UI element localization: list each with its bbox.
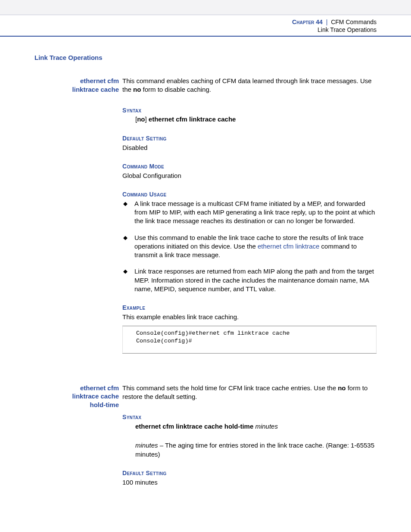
param-name: minutes: [135, 442, 158, 449]
default-value: 100 minutes: [122, 478, 377, 487]
param-desc: – The aging time for entries stored in t…: [135, 442, 374, 457]
cmd-name-line3: hold-time: [90, 401, 119, 408]
syntax-no: no: [137, 115, 145, 123]
header-separator: |: [326, 19, 328, 25]
example-code-box: Console(config)#ethernet cfm linktrace c…: [122, 326, 377, 353]
syntax-line: [no] ethernet cfm linktrace cache: [135, 115, 377, 124]
section-title: Link Trace Operations: [34, 54, 377, 61]
usage-list: A link trace message is a multicast CFM …: [122, 199, 377, 293]
syntax-heading: Syntax: [122, 106, 377, 115]
command-block-hold-time: ethernet cfm linktrace cache hold-time T…: [34, 384, 377, 497]
command-intro: This command enables caching of CFM data…: [122, 77, 377, 94]
usage-b2-link[interactable]: ethernet cfm linktrace: [258, 243, 319, 250]
command-body: This command enables caching of CFM data…: [122, 77, 377, 371]
usage-bullet-3: Link trace responses are returned from e…: [122, 267, 377, 293]
param-description: minutes – The aging time for entries sto…: [135, 441, 377, 459]
top-bar: [0, 0, 411, 15]
cmd-name-line2: linktrace cache: [72, 86, 119, 93]
page-content: Link Trace Operations ethernet cfm linkt…: [34, 54, 377, 497]
mode-value: Global Configuration: [122, 171, 377, 180]
example-heading: Example: [122, 304, 377, 312]
default-heading: Default Setting: [122, 134, 377, 143]
intro-no-keyword: no: [338, 384, 346, 392]
syntax-line: ethernet cfm linktrace cache hold-time m…: [135, 422, 377, 431]
cmd-name-line1: ethernet cfm: [80, 384, 119, 392]
command-name: ethernet cfm linktrace cache: [34, 77, 122, 371]
default-value: Disabled: [122, 143, 377, 152]
chapter-number: 44: [316, 19, 323, 25]
page-header: Chapter 44 | CFM Commands Link Trace Ope…: [0, 15, 411, 37]
usage-heading: Command Usage: [122, 190, 377, 199]
command-intro: This command sets the hold time for CFM …: [122, 384, 377, 401]
example-intro: This example enables link trace caching.: [122, 313, 377, 321]
usage-bullet-2: Use this command to enable the link trac…: [122, 233, 377, 260]
chapter-label: Chapter: [292, 19, 314, 25]
syntax-command: ethernet cfm linktrace cache hold-time: [135, 423, 253, 430]
syntax-heading: Syntax: [122, 413, 377, 421]
default-heading: Default Setting: [122, 469, 377, 477]
command-block-linktrace-cache: ethernet cfm linktrace cache This comman…: [34, 77, 377, 371]
command-name: ethernet cfm linktrace cache hold-time: [34, 384, 122, 497]
command-body: This command sets the hold time for CFM …: [122, 384, 377, 497]
intro-text-2: form to disable caching.: [141, 86, 211, 93]
intro-no-keyword: no: [133, 86, 141, 93]
syntax-arg: minutes: [253, 423, 278, 430]
header-subsection: Link Trace Operations: [0, 26, 377, 33]
syntax-command: ethernet cfm linktrace cache: [149, 115, 236, 123]
header-chapter-line: Chapter 44 | CFM Commands: [0, 19, 377, 25]
chapter-title: CFM Commands: [331, 19, 377, 25]
mode-heading: Command Mode: [122, 162, 377, 171]
cmd-name-line1: ethernet cfm: [80, 77, 119, 84]
syntax-bracket-close: ]: [145, 115, 149, 123]
usage-bullet-1: A link trace message is a multicast CFM …: [122, 199, 377, 226]
cmd-name-line2: linktrace cache: [72, 392, 119, 400]
intro-text-1: This command sets the hold time for CFM …: [122, 384, 338, 392]
